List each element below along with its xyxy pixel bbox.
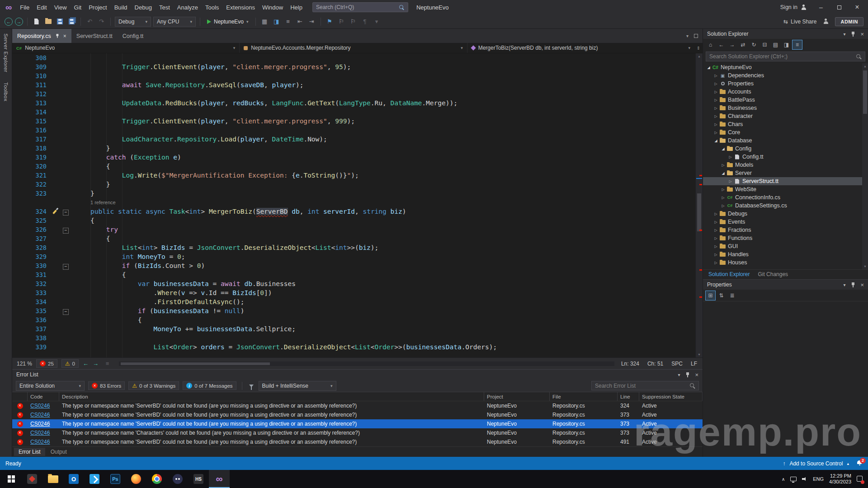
tree-item-serverstruct-tt[interactable]: ServerStruct.tt bbox=[703, 177, 868, 185]
solution-platform-dropdown[interactable]: Any CPU bbox=[153, 17, 196, 27]
fold-toggle[interactable] bbox=[61, 261, 70, 270]
properties-window-icon[interactable] bbox=[782, 40, 791, 49]
menu-view[interactable]: View bbox=[51, 2, 71, 13]
error-code-link[interactable]: CS0246 bbox=[30, 430, 50, 436]
menu-git[interactable]: Git bbox=[71, 2, 85, 13]
line-number[interactable]: 334 bbox=[12, 297, 49, 306]
document-errors-indicator[interactable]: 25 bbox=[36, 359, 57, 368]
error-row[interactable]: CS0246The type or namespace name 'Server… bbox=[12, 401, 703, 410]
expand-icon[interactable] bbox=[713, 74, 719, 78]
line-number[interactable]: 321 bbox=[12, 171, 49, 180]
line-number[interactable]: 331 bbox=[12, 270, 49, 279]
menu-window[interactable]: Window bbox=[259, 2, 287, 13]
auto-hide-pin-icon[interactable] bbox=[851, 282, 855, 288]
line-number[interactable]: 315 bbox=[12, 117, 49, 126]
line-ending-indicator[interactable]: LF bbox=[691, 361, 697, 367]
tree-item-character[interactable]: Character bbox=[703, 112, 868, 120]
sync-with-active-document-icon[interactable] bbox=[738, 40, 748, 49]
expand-icon[interactable] bbox=[713, 131, 719, 135]
discord-icon[interactable] bbox=[167, 470, 188, 488]
live-share-button[interactable]: Live Share bbox=[783, 19, 816, 25]
expand-icon[interactable] bbox=[713, 122, 719, 127]
line-number[interactable]: 317 bbox=[12, 135, 49, 144]
doc-tab-repository-cs[interactable]: Repository.cs bbox=[12, 29, 71, 43]
expand-icon[interactable] bbox=[713, 244, 719, 249]
solution-explorer-search-box[interactable]: Search Solution Explorer (Ctrl+;) bbox=[706, 52, 865, 61]
close-panel-icon[interactable] bbox=[860, 282, 864, 288]
error-code-link[interactable]: CS0246 bbox=[30, 403, 50, 409]
column-header-severity[interactable] bbox=[12, 392, 28, 401]
close-button[interactable] bbox=[849, 0, 865, 14]
tree-item-server[interactable]: Server bbox=[703, 169, 868, 177]
navigate-back-button[interactable] bbox=[5, 18, 13, 26]
document-list-dropdown-icon[interactable] bbox=[686, 33, 689, 38]
language-indicator[interactable]: ENG bbox=[813, 476, 824, 482]
line-number[interactable]: 324 bbox=[12, 207, 49, 216]
messages-filter-toggle[interactable]: 0 of 7 Messages bbox=[183, 381, 236, 390]
scrollbar-thumb[interactable] bbox=[121, 362, 270, 365]
indent-increase-icon[interactable] bbox=[307, 17, 316, 26]
breadcrumb-project-dropdown[interactable]: C# NeptuneEvo bbox=[12, 43, 240, 53]
show-all-files-icon[interactable] bbox=[771, 40, 780, 49]
menu-edit[interactable]: Edit bbox=[33, 2, 50, 13]
column-indicator[interactable]: Ch: 51 bbox=[647, 361, 663, 367]
line-number[interactable]: 336 bbox=[12, 315, 49, 324]
auto-hide-pin-icon[interactable] bbox=[685, 372, 689, 378]
collapse-all-icon[interactable] bbox=[760, 40, 769, 49]
line-indicator[interactable]: Ln: 324 bbox=[621, 361, 639, 367]
expand-icon[interactable] bbox=[720, 204, 726, 208]
line-number[interactable]: 323 bbox=[12, 189, 49, 198]
new-file-button[interactable] bbox=[32, 17, 41, 26]
line-number[interactable]: 312 bbox=[12, 89, 49, 99]
feedback-icon[interactable] bbox=[823, 19, 829, 24]
line-number[interactable]: 337 bbox=[12, 324, 49, 333]
issue-filter-icon[interactable] bbox=[103, 359, 112, 368]
scope-filter-dropdown[interactable]: Entire Solution bbox=[16, 381, 85, 391]
tree-item-models[interactable]: Models bbox=[703, 161, 868, 169]
editor-horizontal-scrollbar[interactable] bbox=[119, 361, 614, 366]
tree-item-events[interactable]: Events bbox=[703, 218, 868, 226]
undo-button[interactable] bbox=[85, 17, 94, 26]
clock[interactable]: 12:29 PM 4/30/2023 bbox=[829, 473, 851, 485]
side-tab-server-explorer[interactable]: Server Explorer bbox=[3, 33, 9, 72]
sign-in-button[interactable]: Sign in bbox=[776, 4, 811, 10]
line-number[interactable]: 319 bbox=[12, 153, 49, 162]
property-pages-icon[interactable] bbox=[727, 291, 737, 300]
show-whitespace-icon[interactable] bbox=[360, 17, 370, 26]
line-number[interactable]: 327 bbox=[12, 234, 49, 243]
menu-test[interactable]: Test bbox=[156, 2, 174, 13]
alphabetical-view-icon[interactable] bbox=[717, 291, 726, 300]
breadcrumb-member-dropdown[interactable]: MergerToBiz(ServerBD db, int serverId, s… bbox=[467, 43, 694, 53]
error-row[interactable]: CS0246The type or namespace name 'Server… bbox=[12, 419, 703, 428]
line-number[interactable]: 322 bbox=[12, 180, 49, 189]
error-code-link[interactable]: CS0246 bbox=[30, 439, 50, 445]
fold-toggle[interactable] bbox=[61, 225, 70, 234]
tree-item-neptuneevo[interactable]: C#NeptuneEvo bbox=[703, 63, 868, 71]
close-tab-icon[interactable] bbox=[63, 33, 66, 39]
collapse-icon[interactable] bbox=[713, 139, 719, 143]
codelens-references[interactable]: 1 reference bbox=[12, 198, 703, 207]
add-to-source-control-button[interactable]: Add to Source Control bbox=[789, 460, 843, 467]
attach-process-icon[interactable] bbox=[260, 17, 269, 26]
line-number[interactable]: 332 bbox=[12, 279, 49, 288]
firefox-icon[interactable] bbox=[126, 470, 146, 488]
doc-tab-config-tt[interactable]: Config.tt bbox=[118, 29, 149, 43]
refresh-icon[interactable] bbox=[749, 40, 759, 49]
tree-item-dependencies[interactable]: Dependencies bbox=[703, 71, 868, 80]
column-header-suppression-state[interactable]: Suppression State bbox=[639, 392, 703, 401]
scrollbar-thumb[interactable] bbox=[697, 193, 701, 231]
tree-item-config-tt[interactable]: Config.tt bbox=[703, 153, 868, 161]
expand-icon[interactable] bbox=[713, 220, 719, 224]
outlook-icon[interactable]: O bbox=[63, 470, 84, 488]
expand-icon[interactable] bbox=[720, 196, 726, 200]
line-number[interactable]: 309 bbox=[12, 62, 49, 71]
breadcrumb-type-dropdown[interactable]: NeptuneEvo.Accounts.Merger.Repository bbox=[240, 43, 467, 53]
tree-item-accounts[interactable]: Accounts bbox=[703, 88, 868, 96]
tree-item-connectioninfo-cs[interactable]: C#ConnectionInfo.cs bbox=[703, 193, 868, 202]
close-panel-icon[interactable] bbox=[695, 371, 698, 378]
vscode-icon[interactable] bbox=[84, 470, 105, 488]
indent-decrease-icon[interactable] bbox=[295, 17, 305, 26]
error-row[interactable]: CS0246The type or namespace name 'Server… bbox=[12, 437, 703, 446]
side-tab-toolbox[interactable]: Toolbox bbox=[3, 82, 9, 101]
expand-icon[interactable] bbox=[727, 155, 733, 159]
